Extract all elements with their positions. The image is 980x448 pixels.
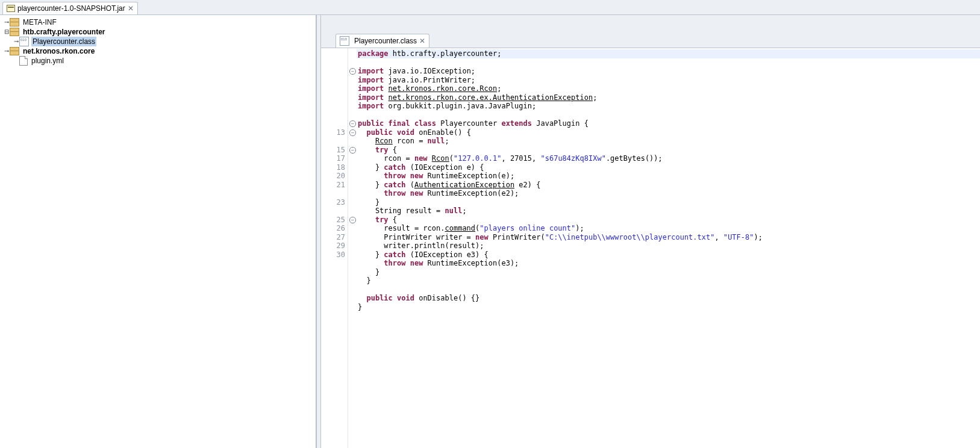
folding-ruler[interactable]: −−−−− — [348, 48, 357, 448]
editor-tab-playercounter[interactable]: Playercounter.class ✕ — [336, 34, 429, 48]
sash-vertical[interactable] — [316, 15, 321, 448]
line-number: 27 — [321, 233, 345, 242]
code-line[interactable]: package htb.crafty.playercounter; — [357, 49, 980, 58]
line-number — [321, 268, 345, 277]
code-line[interactable]: } catch (IOException e3) { — [357, 250, 980, 260]
close-icon[interactable]: ✕ — [419, 37, 425, 45]
expand-icon[interactable]: ⊸ — [4, 46, 10, 56]
code-line[interactable]: rcon = new Rcon("127.0.0.1", 27015, "s67… — [357, 154, 980, 163]
line-number — [321, 119, 345, 128]
tree-label: META-INF — [22, 17, 58, 27]
fold-toggle-icon[interactable]: − — [349, 68, 356, 75]
code-line[interactable]: import java.io.PrintWriter; — [357, 76, 980, 85]
code-line[interactable]: try { — [357, 216, 980, 225]
fold-toggle-icon[interactable]: − — [349, 217, 356, 223]
code-line[interactable]: public final class Playercounter extends… — [357, 119, 980, 128]
fold-toggle-icon[interactable]: − — [349, 120, 356, 127]
line-number: 17 — [321, 154, 345, 163]
line-number — [321, 67, 345, 76]
file-icon — [19, 56, 28, 66]
expand-icon[interactable]: ⊸ — [13, 37, 19, 46]
line-number: 29 — [321, 241, 345, 250]
code-line[interactable]: throw new RuntimeException(e3); — [357, 259, 980, 268]
view-tab-jar[interactable]: playercounter-1.0-SNAPSHOT.jar ✕ — [2, 2, 138, 14]
collapse-icon[interactable]: ⊟ — [4, 27, 10, 37]
class-file-icon — [340, 36, 349, 46]
code-line[interactable]: Rcon rcon = null; — [357, 137, 980, 146]
line-number: 26 — [321, 224, 345, 233]
tree-node-pkg-rkon[interactable]: ⊸ net.kronos.rkon.core — [0, 46, 316, 56]
app-root: playercounter-1.0-SNAPSHOT.jar ✕ ⊸ META-… — [0, 0, 980, 448]
code-line[interactable]: } — [357, 268, 980, 277]
package-icon — [10, 47, 19, 55]
code-line[interactable]: } — [357, 198, 980, 207]
tree-label: plugin.yml — [30, 56, 65, 66]
line-number-ruler: 131517182021232526272930 — [321, 48, 348, 448]
view-tab-label: playercounter-1.0-SNAPSHOT.jar — [17, 4, 125, 13]
editor-tabbar: Playercounter.class ✕ — [321, 33, 980, 48]
code-line[interactable]: throw new RuntimeException(e); — [357, 172, 980, 181]
tree-node-yml[interactable]: plugin.yml — [0, 56, 316, 66]
tree-label: Playercounter.class — [31, 37, 96, 46]
line-number — [321, 49, 345, 58]
code-line[interactable]: import java.io.IOException; — [357, 67, 980, 76]
line-number — [321, 189, 345, 198]
package-icon — [10, 18, 19, 26]
line-number — [321, 84, 345, 93]
code-line[interactable]: writer.println(result); — [357, 241, 980, 250]
line-number — [321, 285, 345, 294]
code-line[interactable]: } — [357, 276, 980, 285]
line-number — [321, 294, 345, 303]
tree-node-meta-inf[interactable]: ⊸ META-INF — [0, 17, 316, 27]
tree-label: htb.crafty.playercounter — [22, 27, 106, 37]
code-line[interactable]: try { — [357, 146, 980, 155]
code-line[interactable]: import net.kronos.rkon.core.ex.Authentic… — [357, 93, 980, 102]
line-number — [321, 111, 345, 120]
code-line[interactable]: String result = null; — [357, 207, 980, 216]
tree-node-pkg-playercounter[interactable]: ⊟ htb.crafty.playercounter — [0, 27, 316, 37]
jar-icon — [7, 5, 15, 12]
code-line[interactable]: public void onEnable() { — [357, 128, 980, 137]
code-line[interactable] — [357, 111, 980, 120]
code-line[interactable]: throw new RuntimeException(e2); — [357, 189, 980, 198]
close-icon[interactable]: ✕ — [128, 4, 134, 13]
code-line[interactable]: } — [357, 303, 980, 312]
line-number — [321, 303, 345, 312]
tree-node-class[interactable]: ⊸ Playercounter.class — [0, 37, 316, 46]
code-line[interactable]: import org.bukkit.plugin.java.JavaPlugin… — [357, 102, 980, 111]
line-number: 18 — [321, 163, 345, 172]
workbench-body: ⊸ META-INF ⊟ htb.crafty.playercounter ⊸ … — [0, 15, 980, 448]
line-number: 13 — [321, 128, 345, 137]
class-file-icon — [19, 37, 29, 46]
line-number — [321, 276, 345, 285]
code-line[interactable]: result = rcon.command("players online co… — [357, 224, 980, 233]
code-line[interactable] — [357, 58, 980, 67]
fold-toggle-icon[interactable]: − — [349, 147, 356, 154]
line-number — [321, 58, 345, 67]
line-number: 15 — [321, 146, 345, 155]
code-line[interactable]: } catch (IOException e) { — [357, 163, 980, 172]
source-editor[interactable]: 131517182021232526272930 −−−−− package h… — [321, 48, 980, 448]
line-number — [321, 93, 345, 102]
code-line[interactable]: PrintWriter writer = new PrintWriter("C:… — [357, 233, 980, 242]
code-line[interactable]: } catch (AuthenticationException e2) { — [357, 181, 980, 190]
package-icon — [10, 28, 19, 36]
tree-label: net.kronos.rkon.core — [22, 46, 96, 56]
line-number — [321, 259, 345, 268]
line-number: 21 — [321, 181, 345, 190]
code-line[interactable]: import net.kronos.rkon.core.Rcon; — [357, 84, 980, 93]
fold-toggle-icon[interactable]: − — [349, 129, 356, 136]
code-area[interactable]: package htb.crafty.playercounter;import … — [357, 48, 980, 448]
code-line[interactable] — [357, 285, 980, 294]
package-explorer[interactable]: ⊸ META-INF ⊟ htb.crafty.playercounter ⊸ … — [0, 15, 316, 448]
line-number: 20 — [321, 172, 345, 181]
line-number — [321, 76, 345, 85]
editor-area: Playercounter.class ✕ 131517182021232526… — [321, 15, 980, 448]
code-line[interactable]: public void onDisable() {} — [357, 294, 980, 303]
line-number: 30 — [321, 250, 345, 260]
expand-icon[interactable]: ⊸ — [4, 17, 10, 27]
line-number — [321, 207, 345, 216]
view-tabbar: playercounter-1.0-SNAPSHOT.jar ✕ — [0, 0, 980, 15]
line-number: 23 — [321, 198, 345, 207]
line-number — [321, 102, 345, 111]
